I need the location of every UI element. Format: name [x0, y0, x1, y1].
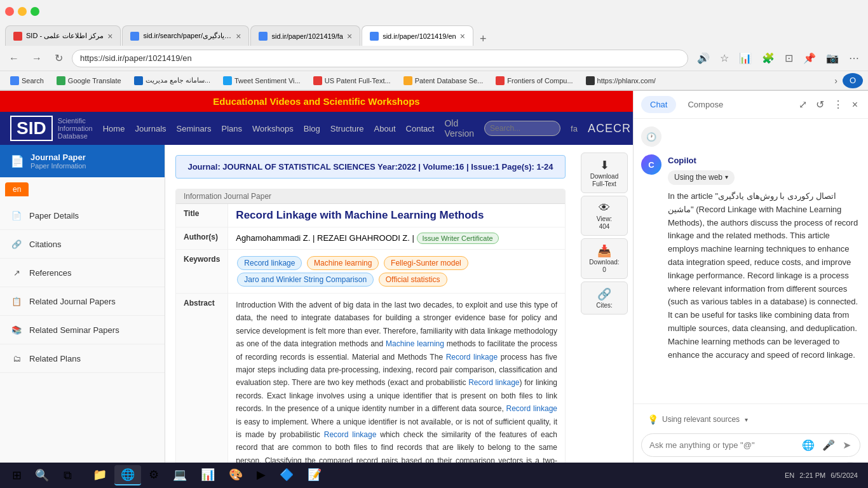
- address-bar[interactable]: https://sid.ir/paper/1021419/en: [72, 50, 688, 67]
- nav-seminars[interactable]: Seminars: [177, 124, 212, 133]
- split-button[interactable]: ⊡: [781, 50, 797, 67]
- keyword-record-linkage[interactable]: Record linkage: [237, 256, 302, 270]
- search-taskbar-button[interactable]: 🔍: [31, 464, 53, 487]
- copilot-more-button[interactable]: ⋮: [831, 96, 846, 113]
- taskbar-paint[interactable]: 🎨: [222, 465, 249, 485]
- cites-button[interactable]: 🔗 Cites:: [581, 281, 628, 315]
- sidebar-item-paper-details[interactable]: 📄 Paper Details: [0, 201, 165, 230]
- tab-2-close[interactable]: ×: [236, 31, 241, 41]
- tray-keyboard[interactable]: EN: [785, 471, 794, 479]
- tab-3[interactable]: sid.ir/paper/1021419/fa ×: [250, 25, 360, 46]
- orange-tab[interactable]: en: [5, 182, 29, 196]
- download-fulltext-button[interactable]: ⬇ DownloadFull-Text: [581, 152, 628, 193]
- keyword-official[interactable]: Official statistics: [379, 273, 447, 287]
- bookmark-8[interactable]: https://phlanx.com/: [581, 75, 661, 86]
- maximize-window-button[interactable]: [31, 7, 39, 16]
- copilot-refresh-button[interactable]: ↺: [813, 96, 827, 113]
- extensions-button[interactable]: 🧩: [758, 50, 778, 67]
- explorer-icon: 📁: [93, 468, 107, 482]
- new-tab-button[interactable]: +: [475, 32, 492, 46]
- rl-link-3[interactable]: Record linkage: [506, 404, 557, 413]
- taskbar-settings[interactable]: ⚙: [142, 465, 165, 485]
- tray-date[interactable]: 6/5/2024: [831, 471, 858, 479]
- close-window-button[interactable]: [5, 7, 14, 16]
- sidebar-item-related-plans[interactable]: 🗂 Related Plans: [0, 344, 165, 373]
- nav-blog[interactable]: Blog: [304, 124, 320, 133]
- old-version-link[interactable]: Old Version: [444, 118, 474, 139]
- taskbar-vscode[interactable]: 💻: [166, 465, 193, 485]
- tray-time[interactable]: 2:21 PM: [799, 471, 825, 479]
- bookmark-3[interactable]: سامانه جامع مدیریت...: [129, 75, 215, 86]
- taskbar-edge[interactable]: 🔷: [273, 465, 300, 485]
- chat-input[interactable]: [649, 440, 796, 450]
- outlook-icon[interactable]: O: [843, 73, 863, 88]
- sidebar-item-related-seminar[interactable]: 📚 Related Seminar Papers: [0, 316, 165, 344]
- download-count-button[interactable]: 📥 Download:0: [581, 238, 628, 279]
- sidebar-item-citations[interactable]: 🔗 Citations: [0, 230, 165, 259]
- taskbar-chrome[interactable]: 🌐: [114, 465, 141, 485]
- lang-fa[interactable]: fa: [571, 124, 578, 133]
- keyword-jaro[interactable]: Jaro and Winkler String Comparison: [237, 273, 374, 287]
- rl-link-1[interactable]: Record linkage: [446, 353, 498, 362]
- bookmark-4[interactable]: Tweet Sentiment Vi...: [218, 75, 306, 86]
- sid-logo[interactable]: SID: [10, 116, 53, 141]
- tab-3-close[interactable]: ×: [347, 31, 352, 41]
- tab-4[interactable]: sid.ir/paper/1021419/en ×: [362, 25, 473, 46]
- copilot-tab-compose[interactable]: Compose: [679, 96, 732, 113]
- bookmark-6[interactable]: Patent Database Se...: [398, 75, 489, 86]
- back-button[interactable]: ←: [5, 50, 23, 67]
- nav-home[interactable]: Home: [103, 124, 125, 133]
- translate-button[interactable]: 🌐: [801, 438, 816, 452]
- start-button[interactable]: ⊞: [5, 464, 28, 487]
- bookmark-7[interactable]: Frontiers of Compu...: [491, 75, 578, 86]
- sources-row[interactable]: 💡 Using relevant sources ▾: [641, 410, 860, 428]
- collections-button[interactable]: 📌: [799, 50, 820, 67]
- nav-contact[interactable]: Contact: [406, 124, 435, 133]
- forward-button[interactable]: →: [28, 50, 46, 67]
- settings-menu-button[interactable]: ⋯: [845, 50, 863, 67]
- screenshot-button[interactable]: 📷: [822, 50, 843, 67]
- keyword-fellegi[interactable]: Fellegi-Sunter model: [384, 256, 468, 270]
- rl-link-2[interactable]: Record linkage: [468, 378, 519, 387]
- bookmark-search[interactable]: Search: [5, 75, 49, 86]
- sidebar-item-related-journal[interactable]: 📋 Related Journal Papers: [0, 287, 165, 316]
- more-bookmarks-button[interactable]: ›: [834, 76, 837, 86]
- taskbar-mediaplayer[interactable]: ▶: [250, 465, 272, 485]
- nav-about[interactable]: About: [374, 124, 396, 133]
- copilot-tab-chat[interactable]: Chat: [641, 96, 676, 113]
- mic-button[interactable]: 🎤: [821, 438, 836, 452]
- tab-4-close[interactable]: ×: [460, 31, 465, 41]
- header-search-input[interactable]: [484, 121, 560, 136]
- taskbar-excel[interactable]: 📊: [194, 465, 221, 485]
- taskbar-word[interactable]: 📝: [301, 465, 328, 485]
- copilot-close-button[interactable]: ×: [850, 96, 860, 113]
- favorites-button[interactable]: ☆: [716, 50, 733, 67]
- taskbar-explorer[interactable]: 📁: [86, 465, 113, 485]
- sidebar-item-references[interactable]: ↗ References: [0, 259, 165, 287]
- refresh-button[interactable]: ↻: [51, 50, 67, 67]
- web-badge[interactable]: Using the web ▾: [668, 170, 735, 185]
- rl-link-4[interactable]: Record linkage: [324, 430, 377, 439]
- ml-link-1[interactable]: Machine learning: [386, 339, 444, 348]
- tab-1[interactable]: SID - مرکز اطلاعات علمی ×: [5, 25, 121, 46]
- title-field-label: Title: [176, 204, 228, 227]
- view-count-button[interactable]: 👁 View:404: [581, 196, 628, 236]
- sidebar-citations-label: Citations: [29, 240, 62, 249]
- minimize-window-button[interactable]: [18, 7, 27, 16]
- nav-structure[interactable]: Structure: [330, 124, 364, 133]
- insights-button[interactable]: 📊: [735, 50, 756, 67]
- nav-workshops[interactable]: Workshops: [252, 124, 294, 133]
- tab-1-close[interactable]: ×: [107, 31, 112, 41]
- copilot-open-button[interactable]: ⤢: [796, 96, 810, 113]
- tab-2[interactable]: sid.ir/search/paper/ماشین/یادگیری ×: [122, 25, 249, 46]
- task-view-button[interactable]: ⧉: [56, 464, 79, 487]
- issue-writer-cert-button[interactable]: Issue Writer Certificate: [417, 233, 499, 244]
- history-icon-button[interactable]: 🕐: [641, 126, 661, 147]
- nav-plans[interactable]: Plans: [221, 124, 242, 133]
- bookmark-5[interactable]: US Patent Full-Text...: [308, 75, 396, 86]
- bookmark-translate[interactable]: Google Translate: [51, 75, 126, 86]
- nav-journals[interactable]: Journals: [135, 124, 166, 133]
- read-aloud-button[interactable]: 🔊: [693, 50, 714, 67]
- send-button[interactable]: ➤: [841, 438, 852, 452]
- keyword-machine-learning[interactable]: Machine learning: [307, 256, 379, 270]
